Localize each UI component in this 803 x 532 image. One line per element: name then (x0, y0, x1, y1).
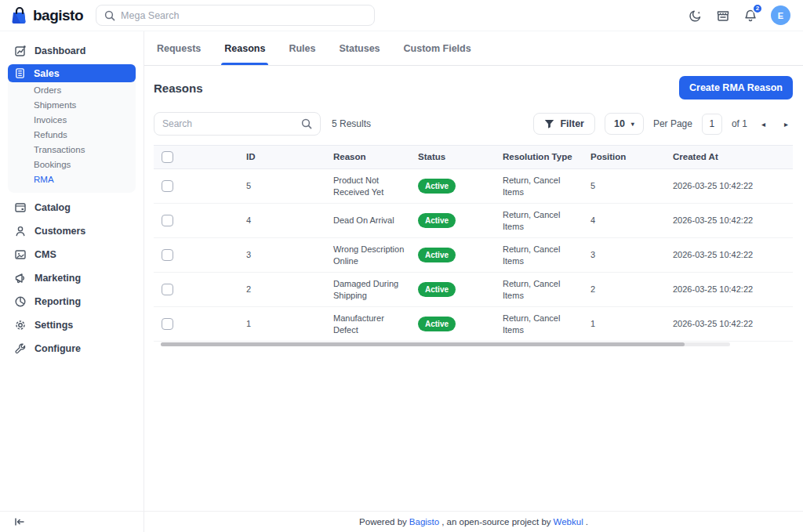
cell-position: 2 (583, 284, 665, 295)
store-icon (716, 9, 730, 23)
sidebar-item-refunds[interactable]: Refunds (8, 127, 136, 142)
footer-middle: , an open-source project by (441, 517, 550, 527)
datagrid-search-input[interactable] (162, 118, 301, 129)
bagisto-link[interactable]: Bagisto (409, 517, 439, 527)
cell-created-at: 2026-03-25 10:42:22 (665, 180, 793, 192)
page-number-input[interactable] (702, 114, 722, 135)
cell-position: 3 (583, 249, 665, 261)
row-checkbox[interactable] (162, 284, 173, 295)
mega-search-input[interactable] (121, 10, 366, 21)
tab-statuses[interactable]: Statuses (339, 31, 380, 65)
brand-logo[interactable]: bagisto (11, 6, 83, 25)
cell-resolution: Return, Cancel Items (495, 278, 583, 302)
sidebar-item-cms[interactable]: CMS (0, 243, 144, 266)
webkul-link[interactable]: Webkul (554, 517, 583, 527)
sidebar: Dashboard Sales Orders Shipments Invoice… (0, 31, 144, 532)
rma-tabs: Requests Reasons Rules Statuses Custom F… (144, 31, 803, 66)
brand-name: bagisto (33, 7, 83, 24)
cell-created-at: 2026-03-25 10:42:22 (665, 284, 793, 295)
notification-badge: 2 (752, 3, 763, 14)
next-page-button[interactable]: ▸ (779, 118, 793, 130)
filter-label: Filter (560, 118, 584, 129)
settings-gear-icon (14, 319, 27, 331)
sidebar-item-catalog[interactable]: Catalog (0, 196, 144, 219)
tab-custom-fields[interactable]: Custom Fields (404, 31, 471, 65)
table-row[interactable]: 2 Damaged During Shipping Active Return,… (154, 273, 793, 307)
sidebar-item-label: Settings (35, 320, 73, 331)
sidebar-item-configure[interactable]: Configure (0, 337, 144, 360)
filter-button[interactable]: Filter (533, 113, 595, 135)
reporting-icon (14, 295, 27, 308)
sidebar-item-invoices[interactable]: Invoices (8, 112, 136, 127)
horizontal-scrollbar-thumb[interactable] (161, 342, 685, 346)
select-all-checkbox[interactable] (162, 151, 173, 163)
sidebar-item-marketing[interactable]: Marketing (0, 266, 144, 290)
tab-rules[interactable]: Rules (289, 31, 315, 65)
table-row[interactable]: 5 Product Not Received Yet Active Return… (154, 169, 793, 204)
storefront-link[interactable] (716, 9, 730, 23)
column-header-id: ID (238, 151, 325, 164)
sidebar-item-transactions[interactable]: Transactions (8, 142, 136, 157)
datagrid-search (154, 112, 321, 136)
search-icon (301, 118, 312, 129)
sidebar-item-label: CMS (35, 249, 56, 260)
per-page-select[interactable]: 10 ▾ (605, 113, 644, 135)
per-page-label: Per Page (653, 118, 692, 129)
cell-resolution: Return, Cancel Items (495, 244, 583, 267)
status-badge: Active (418, 248, 456, 263)
row-checkbox[interactable] (162, 318, 173, 330)
collapse-left-icon (14, 517, 25, 527)
table-row[interactable]: 3 Wrong Description Online Active Return… (154, 238, 793, 273)
mega-search (96, 5, 375, 26)
cell-position: 5 (583, 180, 665, 192)
configure-wrench-icon (14, 342, 27, 355)
results-count: 5 Results (332, 118, 371, 129)
prev-page-button[interactable]: ◂ (757, 118, 770, 130)
sidebar-item-reporting[interactable]: Reporting (0, 290, 144, 313)
status-badge: Active (418, 282, 456, 298)
customers-icon (14, 225, 27, 237)
sidebar-item-label: Catalog (35, 202, 71, 213)
table-row[interactable]: 1 Manufacturer Defect Active Return, Can… (154, 307, 793, 342)
per-page-value: 10 (614, 118, 625, 129)
cms-icon (14, 248, 27, 261)
sidebar-item-bookings[interactable]: Bookings (8, 157, 136, 172)
sidebar-item-label: Marketing (35, 273, 81, 284)
row-checkbox[interactable] (162, 215, 173, 226)
sidebar-item-settings[interactable]: Settings (0, 313, 144, 337)
catalog-icon (14, 201, 27, 214)
table-row[interactable]: 4 Dead On Arrival Active Return, Cancel … (154, 204, 793, 238)
sidebar-item-dashboard[interactable]: Dashboard (0, 39, 144, 63)
sidebar-collapse-button[interactable] (0, 511, 144, 532)
dark-mode-toggle[interactable] (689, 9, 703, 23)
row-checkbox[interactable] (162, 249, 173, 261)
sidebar-item-label: Configure (35, 343, 81, 354)
tab-requests[interactable]: Requests (157, 31, 201, 65)
tab-reasons[interactable]: Reasons (224, 31, 265, 65)
column-header-created-at: Created At (665, 151, 793, 164)
cell-reason: Dead On Arrival (325, 215, 410, 226)
prev-arrow-icon: ◂ (761, 120, 765, 128)
cell-reason: Damaged During Shipping (325, 278, 410, 302)
table-header-row: ID Reason Status Resolution Type Positio… (154, 145, 793, 169)
status-badge: Active (418, 179, 456, 194)
main-content: Requests Reasons Rules Statuses Custom F… (144, 31, 803, 532)
cell-resolution: Return, Cancel Items (495, 209, 583, 233)
datagrid-toolbar: 5 Results Filter 10 ▾ Per Page of 1 ◂ (144, 107, 803, 136)
cell-id: 1 (238, 318, 325, 330)
sidebar-item-customers[interactable]: Customers (0, 219, 144, 243)
status-badge: Active (418, 213, 456, 229)
cell-id: 5 (238, 180, 325, 192)
cell-created-at: 2026-03-25 10:42:22 (665, 318, 793, 330)
sidebar-item-sales[interactable]: Sales (8, 64, 136, 82)
notifications-button[interactable]: 2 (743, 9, 758, 23)
create-rma-reason-button[interactable]: Create RMA Reason (679, 76, 793, 100)
cell-position: 4 (583, 215, 665, 226)
sidebar-item-orders[interactable]: Orders (8, 82, 136, 97)
search-icon (104, 10, 115, 21)
user-avatar[interactable]: E (771, 5, 790, 25)
row-checkbox[interactable] (162, 180, 173, 192)
sidebar-item-shipments[interactable]: Shipments (8, 97, 136, 112)
cell-reason: Manufacturer Defect (325, 313, 410, 336)
sidebar-item-rma[interactable]: RMA (8, 172, 136, 186)
